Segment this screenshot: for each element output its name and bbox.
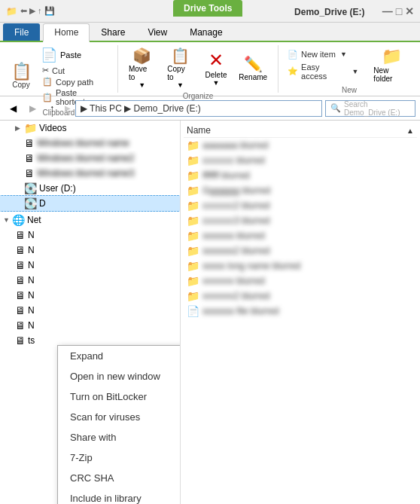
cut-button[interactable]: ✂ Cut	[39, 65, 111, 76]
easy-access-button[interactable]: ⭐ Easy access ▼	[285, 62, 361, 81]
tree-item-windo1[interactable]: 🖥 Windows blurred name	[0, 136, 180, 151]
folder-icon: 📁	[187, 230, 199, 242]
copy-button[interactable]: 📋 Copy	[6, 62, 36, 90]
new-folder-button[interactable]: 📁 New folder	[369, 45, 414, 84]
file-row[interactable]: 📁 Ggggggg blurred	[184, 183, 417, 198]
tree-arrow: ▼	[3, 216, 12, 224]
tree-item-n1[interactable]: 🖥 N	[0, 228, 180, 243]
copy-to-icon: 📋	[171, 47, 190, 65]
copy-to-button[interactable]: 📋 Copy to ▼	[163, 45, 197, 90]
search-icon: 🔍	[330, 103, 341, 113]
tree-item-n3[interactable]: 🖥 N	[0, 258, 180, 273]
tree-item-n6[interactable]: 🖥 N	[0, 303, 180, 318]
easy-access-icon: ⭐	[288, 66, 298, 76]
easy-access-arrow: ▼	[352, 68, 358, 75]
window-icon: 📁	[6, 6, 17, 17]
tree-item-n5[interactable]: 🖥 N	[0, 288, 180, 303]
computer-icon: 🖥	[24, 167, 35, 179]
ctx-bitlocker[interactable]: Turn on BitLocker	[58, 386, 181, 407]
folder-icon: 📁	[24, 122, 37, 134]
ctx-crc-sha[interactable]: CRC SHA ▶	[58, 468, 181, 488]
tree-item-windo2[interactable]: 🖥 Windows blurred name2	[0, 151, 180, 166]
tree-item-n7[interactable]: 🖥 N	[0, 318, 180, 333]
cut-icon: ✂	[42, 66, 49, 75]
file-list-header: Name ▲	[184, 124, 417, 138]
file-row[interactable]: 📁 aaaaaaa blurred	[184, 138, 417, 153]
ctx-include-library[interactable]: Include in library ▶	[58, 488, 181, 504]
drive-icon: 💽	[24, 182, 37, 194]
address-path[interactable]: ▶ This PC ▶ Demo_Drive (E:)	[75, 100, 322, 117]
move-to-button[interactable]: 📦 Move to ▼	[124, 45, 160, 90]
breadcrumb-separator: ▶	[65, 104, 71, 112]
folder-icon: 📁	[187, 215, 199, 227]
up-button[interactable]: ↑	[44, 100, 60, 117]
tree-item-n4[interactable]: 🖥 N	[0, 273, 180, 288]
file-row[interactable]: 📁 ccccccc blurred	[184, 153, 417, 168]
ctx-share-with[interactable]: Share with ▶	[58, 427, 181, 447]
tab-share[interactable]: Share	[90, 23, 136, 41]
computer-icon: 🖥	[24, 137, 35, 149]
delete-arrow: ▼	[213, 79, 220, 87]
computer-icon: 🖥	[24, 152, 35, 164]
folder-icon: 📁	[187, 139, 199, 151]
tab-file[interactable]: File	[3, 23, 40, 41]
copy-icon: 📋	[11, 63, 32, 80]
delete-button[interactable]: ✕ Delete ▼	[201, 48, 232, 88]
tree-item-windo3[interactable]: 🖥 Windows blurred name3	[0, 166, 180, 181]
paste-button[interactable]: 📄 Paste	[39, 45, 111, 65]
tab-manage[interactable]: Manage	[178, 23, 233, 41]
file-row[interactable]: 📁 fffffff blurred	[184, 168, 417, 183]
rename-icon: ✏️	[244, 55, 263, 73]
copy-path-icon: 📋	[42, 77, 53, 87]
ctx-expand[interactable]: Expand	[58, 346, 181, 366]
context-menu: Expand Open in new window Turn on BitLoc…	[57, 345, 181, 504]
folder-icon: 📁	[187, 290, 199, 302]
forward-button[interactable]: ▶	[24, 100, 41, 117]
tab-home[interactable]: Home	[43, 23, 90, 42]
folder-icon: 📁	[187, 260, 199, 272]
network-icon: 🌐	[12, 214, 25, 226]
ctx-scan-viruses[interactable]: Scan for viruses	[58, 407, 181, 427]
folder-icon: 📁	[187, 275, 199, 287]
ctx-7zip[interactable]: 7-Zip ▶	[58, 447, 181, 468]
tree-item-demo-drive[interactable]: 💽 D	[0, 196, 180, 211]
sidebar: ▶ 📁 Videos 🖥 Windows blurred name 🖥 Wind…	[0, 121, 181, 504]
file-row[interactable]: 📁 sssssss blurred	[184, 228, 417, 243]
tree-item-network[interactable]: ▼ 🌐 Net	[0, 212, 180, 228]
window-title: Demo_Drive (E:) — □ ✕	[294, 5, 414, 17]
paste-group: 📄 Paste ✂ Cut 📋 Copy path 📋 Paste shortc…	[39, 45, 111, 107]
tree-item-n2[interactable]: 🖥 N	[0, 243, 180, 258]
new-item-button[interactable]: 📄 New item ▼	[285, 49, 361, 60]
ctx-open-new-window[interactable]: Open in new window	[58, 366, 181, 386]
tree-item-videos[interactable]: ▶ 📁 Videos	[0, 121, 180, 136]
main-area: ▶ 📁 Videos 🖥 Windows blurred name 🖥 Wind…	[0, 121, 420, 504]
file-row[interactable]: 📁 vvvvvvv blurred	[184, 273, 417, 289]
file-row[interactable]: 📁 vvvvvvv2 blurred	[184, 289, 417, 304]
new-item-arrow: ▼	[340, 50, 347, 58]
rename-button[interactable]: ✏️ Rename	[234, 53, 272, 83]
copy-path-button[interactable]: 📋 Copy path	[39, 76, 111, 87]
title-bar: 📁 ⬅ ▶ ↑ 💾 Drive Tools Demo_Drive (E:) — …	[0, 0, 420, 23]
folder-icon: 📁	[187, 170, 199, 182]
quick-access-toolbar: ⬅ ▶ ↑ 💾	[20, 6, 55, 16]
folder-icon: 📁	[187, 245, 199, 257]
file-list[interactable]: Name ▲ 📁 aaaaaaa blurred 📁 ccccccc blurr…	[181, 121, 420, 504]
search-box[interactable]: 🔍 Search Demo_Drive (E:)	[325, 100, 415, 117]
file-row[interactable]: 📁 ccccccc2 blurred	[184, 198, 417, 213]
window-controls[interactable]: — □ ✕	[382, 5, 414, 17]
file-row[interactable]: 📄 sssssss file blurred	[184, 304, 417, 319]
organize-items: 📦 Move to ▼ 📋 Copy to ▼ ✕ Delete ▼ ✏️ Re…	[124, 45, 272, 90]
file-row[interactable]: 📁 ccccccc3 blurred	[184, 213, 417, 228]
ribbon: 📋 Copy 📄 Paste ✂ Cut 📋 Copy path 📋	[0, 42, 420, 96]
clipboard-items: 📋 Copy 📄 Paste ✂ Cut 📋 Copy path 📋	[6, 45, 111, 107]
delete-icon: ✕	[208, 50, 224, 71]
computer-icon: 🖥	[15, 244, 26, 256]
folder-icon: 📁	[187, 200, 199, 212]
tree-item-user-d[interactable]: 💽 User (D:)	[0, 181, 180, 196]
drive-selected-icon: 💽	[24, 197, 37, 209]
tab-view[interactable]: View	[136, 23, 178, 41]
file-row[interactable]: 📁 sssss long name blurred	[184, 258, 417, 273]
back-button[interactable]: ◀	[5, 100, 21, 117]
title-bar-left: 📁 ⬅ ▶ ↑ 💾	[6, 6, 55, 17]
file-row[interactable]: 📁 sssssss2 blurred	[184, 243, 417, 258]
